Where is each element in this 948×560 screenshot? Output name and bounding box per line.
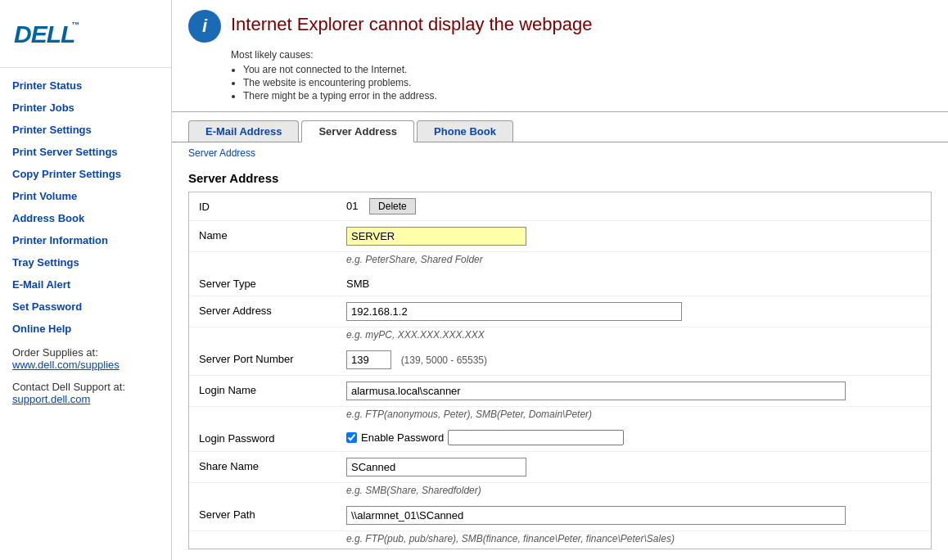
- server-port-label: Server Port Number: [199, 350, 346, 365]
- tab-email-address[interactable]: E-Mail Address: [188, 120, 299, 142]
- server-path-row: Server Path: [189, 500, 931, 531]
- info-icon: i: [188, 10, 221, 43]
- server-address-hint: e.g. myPC, XXX.XXX.XXX.XXX: [189, 327, 931, 345]
- tabs-row: E-Mail Address Server Address Phone Book: [188, 120, 932, 142]
- id-row: ID 01 Delete: [189, 192, 931, 221]
- breadcrumb-row: Server Address: [172, 142, 948, 163]
- login-password-label: Login Password: [199, 430, 346, 445]
- server-type-label: Server Type: [199, 275, 346, 290]
- section-title: Server Address: [172, 163, 948, 192]
- login-name-label: Login Name: [199, 382, 346, 396]
- share-name-label: Share Name: [199, 458, 346, 472]
- main-content: i Internet Explorer cannot display the w…: [172, 0, 948, 560]
- server-port-input[interactable]: [346, 350, 391, 369]
- login-name-row: Login Name: [189, 376, 931, 407]
- sidebar-item-tray-settings[interactable]: Tray Settings: [0, 251, 171, 273]
- server-address-input[interactable]: [346, 302, 682, 321]
- login-password-row: Login Password Enable Password: [189, 424, 931, 452]
- server-type-value: SMB: [346, 275, 921, 290]
- order-supplies-section: Order Supplies at: www.dell.com/supplies: [0, 340, 171, 374]
- ie-error-banner: i Internet Explorer cannot display the w…: [172, 0, 948, 112]
- svg-text:™: ™: [71, 20, 79, 29]
- ie-error-body: Most likely causes: You are not connecte…: [231, 49, 932, 102]
- sidebar-item-print-server-settings[interactable]: Print Server Settings: [0, 141, 171, 163]
- dell-logo: DELL ™: [12, 16, 86, 55]
- sidebar-item-set-password[interactable]: Set Password: [0, 296, 171, 318]
- server-path-input[interactable]: [346, 506, 846, 525]
- share-name-row: Share Name: [189, 452, 931, 483]
- server-address-label: Server Address: [199, 302, 346, 317]
- sidebar: DELL ™ Printer Status Printer Jobs Print…: [0, 0, 172, 560]
- share-name-input[interactable]: [346, 458, 526, 476]
- cause-2: The website is encountering problems.: [243, 77, 932, 88]
- contact-support-section: Contact Dell Support at: support.dell.co…: [0, 374, 171, 409]
- contact-support-label: Contact Dell Support at:: [12, 381, 125, 393]
- server-path-value-cell: [346, 506, 921, 525]
- sidebar-item-printer-jobs[interactable]: Printer Jobs: [0, 97, 171, 119]
- delete-button[interactable]: Delete: [369, 198, 416, 215]
- svg-text:DELL: DELL: [14, 20, 74, 47]
- login-name-hint: e.g. FTP(anonymous, Peter), SMB(Peter, D…: [189, 407, 931, 424]
- sidebar-item-address-book[interactable]: Address Book: [0, 207, 171, 229]
- sidebar-item-email-alert[interactable]: E-Mail Alert: [0, 273, 171, 296]
- sidebar-item-print-volume[interactable]: Print Volume: [0, 185, 171, 207]
- login-name-input[interactable]: [346, 382, 846, 400]
- tab-phone-book[interactable]: Phone Book: [417, 120, 513, 142]
- enable-password-label: Enable Password: [361, 431, 444, 444]
- ie-error-title: Internet Explorer cannot display the web…: [231, 10, 593, 35]
- password-input[interactable]: [448, 430, 624, 445]
- enable-password-row: Enable Password: [346, 430, 921, 445]
- id-label: ID: [199, 198, 346, 213]
- order-supplies-link[interactable]: www.dell.com/supplies: [12, 359, 120, 371]
- sidebar-item-printer-status[interactable]: Printer Status: [0, 75, 171, 97]
- ie-error-header: i Internet Explorer cannot display the w…: [188, 10, 932, 43]
- causes-list: You are not connected to the Internet. T…: [243, 64, 932, 102]
- server-port-row: Server Port Number (139, 5000 - 65535): [189, 345, 931, 376]
- id-value: 01: [346, 200, 358, 212]
- login-password-value-cell: Enable Password: [346, 430, 921, 445]
- server-path-label: Server Path: [199, 506, 346, 521]
- id-value-cell: 01 Delete: [346, 198, 921, 215]
- tabs-area: E-Mail Address Server Address Phone Book: [172, 112, 948, 142]
- name-label: Name: [199, 227, 346, 242]
- login-name-value-cell: [346, 382, 921, 400]
- cause-1: You are not connected to the Internet.: [243, 64, 932, 75]
- server-type-row: Server Type SMB: [189, 269, 931, 296]
- share-name-value-cell: [346, 458, 921, 476]
- name-hint: e.g. PeterShare, Shared Folder: [189, 252, 931, 269]
- name-value-cell: [346, 227, 921, 246]
- server-address-row: Server Address: [189, 296, 931, 327]
- most-likely-label: Most likely causes:: [231, 49, 314, 61]
- server-path-hint: e.g. FTP(pub, pub/share), SMB(finance, f…: [189, 531, 931, 549]
- server-address-value-cell: [346, 302, 921, 321]
- tab-server-address[interactable]: Server Address: [301, 120, 414, 142]
- sidebar-nav: Printer Status Printer Jobs Printer Sett…: [0, 75, 171, 340]
- server-address-form: ID 01 Delete Name e.g. PeterShare, Share…: [188, 192, 932, 549]
- sidebar-item-online-help[interactable]: Online Help: [0, 318, 171, 340]
- name-input[interactable]: [346, 227, 526, 246]
- breadcrumb[interactable]: Server Address: [188, 147, 255, 159]
- support-link[interactable]: support.dell.com: [12, 393, 90, 405]
- sidebar-item-copy-printer-settings[interactable]: Copy Printer Settings: [0, 163, 171, 185]
- sidebar-item-printer-information[interactable]: Printer Information: [0, 229, 171, 251]
- cause-3: There might be a typing error in the add…: [243, 90, 932, 102]
- enable-password-checkbox[interactable]: [346, 432, 357, 443]
- server-port-value-cell: (139, 5000 - 65535): [346, 350, 921, 369]
- name-row: Name: [189, 221, 931, 252]
- logo-area: DELL ™: [0, 8, 171, 68]
- order-supplies-label: Order Supplies at:: [12, 346, 98, 359]
- share-name-hint: e.g. SMB(Share, Sharedfolder): [189, 483, 931, 500]
- port-hint: (139, 5000 - 65535): [401, 355, 487, 366]
- sidebar-item-printer-settings[interactable]: Printer Settings: [0, 119, 171, 141]
